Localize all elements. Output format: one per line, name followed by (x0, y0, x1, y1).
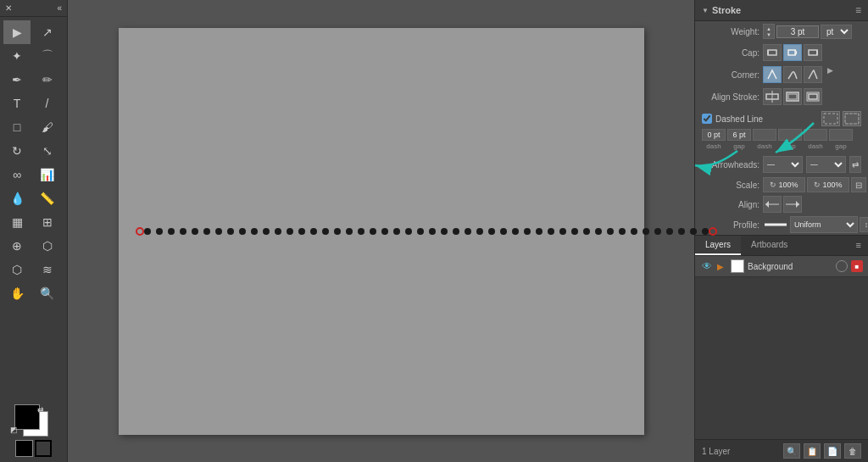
corner-miter-btn[interactable] (763, 66, 782, 83)
warp-tool[interactable]: ≋ (34, 258, 61, 281)
arrowhead-end-select[interactable]: — → ← (806, 156, 846, 173)
tab-layers[interactable]: Layers (695, 236, 741, 255)
toolbar-grid: ▶ ↗ ✦ ⌒ ✒ ✏ T / □ 🖌 ↻ ⤡ ∞ 📊 💧 📏 ▦ ⊞ ⊕ ⬡ … (0, 17, 67, 309)
zoom-tool[interactable]: 🔍 (34, 281, 61, 305)
profile-flip-btn[interactable]: ↕ (860, 217, 868, 232)
graph-tool[interactable]: 📊 (34, 163, 61, 186)
hand-tool[interactable]: ✋ (3, 281, 31, 305)
dashed-line-label: Dashed Line (715, 114, 763, 124)
scale-cycle-icon[interactable]: ↻ (770, 181, 776, 189)
select-tool[interactable]: ▶ (3, 20, 31, 44)
blend-tool[interactable]: ∞ (3, 163, 31, 186)
stroke-swatch[interactable] (35, 440, 53, 457)
layer-expand-arrow[interactable]: ▶ (717, 262, 727, 271)
dash2-input[interactable] (753, 129, 776, 141)
layers-search-btn[interactable]: 🔍 (783, 443, 800, 459)
weight-unit-dropdown[interactable]: pt px in (821, 25, 852, 39)
corner-bevel-btn[interactable] (804, 66, 822, 83)
magic-wand-tool[interactable]: ✦ (3, 44, 31, 68)
line-dot (465, 228, 471, 235)
layer-visibility-toggle[interactable]: 👁 (700, 259, 714, 273)
line-dot (678, 228, 685, 235)
align-label: Align: (702, 200, 760, 209)
gap2-input[interactable] (778, 129, 802, 141)
mesh-tool[interactable]: ⊞ (34, 210, 61, 234)
paintbrush-tool[interactable]: 🖌 (34, 115, 61, 139)
layers-panel-menu-icon[interactable]: ≡ (849, 236, 868, 255)
toolbar: ✕ « ▶ ↗ ✦ ⌒ ✒ ✏ T / □ 🖌 ↻ ⤡ ∞ 📊 💧 📏 ▦ ⊞ … (0, 0, 68, 462)
foreground-color-swatch[interactable]: ⇄ ◩ (14, 404, 40, 430)
dash2-label: dash (753, 142, 776, 150)
direct-select-tool[interactable]: ↗ (34, 20, 61, 44)
dashed-preset-uniform-btn[interactable] (843, 111, 861, 126)
svg-rect-9 (809, 94, 817, 99)
line-dot (417, 228, 424, 235)
scale-link-btn[interactable]: ⊟ (851, 177, 866, 192)
line-dot (654, 228, 661, 235)
perspective-tool[interactable]: ⬡ (3, 258, 31, 281)
line-dot (180, 228, 186, 235)
dash3-input[interactable] (804, 129, 827, 141)
line-dot (298, 228, 305, 235)
tab-artboards[interactable]: Artboards (741, 236, 798, 255)
artboard (119, 28, 644, 435)
type-tool[interactable]: T (3, 92, 31, 115)
pen-tool[interactable]: ✒ (3, 68, 31, 92)
line-tool[interactable]: / (34, 92, 61, 115)
gap3-input[interactable] (829, 129, 853, 141)
line-dot (571, 228, 578, 235)
layers-new-btn[interactable]: 📄 (824, 443, 841, 459)
align-int-btn[interactable] (783, 196, 802, 213)
layers-locate-btn[interactable]: 📋 (804, 443, 821, 459)
rectangle-tool[interactable]: □ (3, 115, 31, 139)
profile-select[interactable]: Uniform Width Profile 1 Width Profile 2 (790, 216, 858, 233)
pencil-tool[interactable]: ✏ (34, 68, 61, 92)
align-ext-btn[interactable] (763, 196, 782, 213)
corner-round-btn[interactable] (783, 66, 802, 83)
align-inside-btn[interactable] (783, 88, 802, 105)
line-dot (322, 228, 329, 235)
measure-tool[interactable]: 📏 (34, 186, 61, 210)
align-outside-btn[interactable] (804, 88, 822, 105)
arrowhead-start-select[interactable]: — → ← (763, 156, 803, 173)
rotate-tool[interactable]: ↻ (3, 139, 31, 163)
scale-tool[interactable]: ⤡ (34, 139, 61, 163)
layers-delete-btn[interactable]: 🗑 (844, 443, 861, 459)
weight-spinner[interactable]: ▲ ▼ (763, 24, 775, 39)
fill-swatch[interactable] (15, 440, 33, 457)
dash1-input[interactable] (702, 129, 726, 141)
layer-target-circle[interactable] (836, 260, 848, 272)
layer-delete-btn[interactable]: ■ (851, 260, 863, 272)
main-area (68, 0, 694, 462)
toolbar-collapse[interactable]: « (57, 3, 62, 13)
line-dot (405, 228, 412, 235)
align-center-btn[interactable] (763, 88, 782, 105)
lasso-tool[interactable]: ⌒ (34, 44, 61, 68)
live-paint-tool[interactable]: ⬡ (34, 234, 61, 258)
gradient-tool[interactable]: ▦ (3, 210, 31, 234)
swap-colors-icon[interactable]: ⇄ (37, 405, 44, 414)
align-stroke-row: Align Stroke: (695, 86, 868, 108)
dashed-preset-corners-btn[interactable] (821, 111, 840, 126)
line-dot (666, 228, 673, 235)
arrowhead-swap-btn[interactable]: ⇄ (849, 156, 861, 173)
profile-preview (763, 217, 788, 232)
svg-rect-0 (768, 50, 776, 55)
weight-input[interactable]: 3 pt (776, 25, 819, 38)
line-dot (559, 228, 566, 235)
scale-cycle2-icon[interactable]: ↻ (814, 181, 821, 189)
cap-butt-btn[interactable] (763, 44, 782, 61)
cap-row: Cap: (695, 42, 868, 64)
cap-projecting-btn[interactable] (804, 44, 822, 61)
eyedropper-tool[interactable]: 💧 (3, 186, 31, 210)
default-colors-icon[interactable]: ◩ (10, 426, 18, 434)
stroke-panel-menu-icon[interactable]: ≡ (855, 4, 861, 16)
shape-builder-tool[interactable]: ⊕ (3, 234, 31, 258)
gap1-input[interactable] (727, 129, 751, 141)
dashed-checkbox[interactable] (702, 114, 712, 124)
gap1-label: gap (727, 142, 751, 150)
line-dot (607, 228, 614, 235)
line-dot (548, 228, 554, 235)
layer-row: 👁 ▶ Background ■ (695, 256, 868, 277)
cap-round-btn[interactable] (783, 44, 802, 61)
